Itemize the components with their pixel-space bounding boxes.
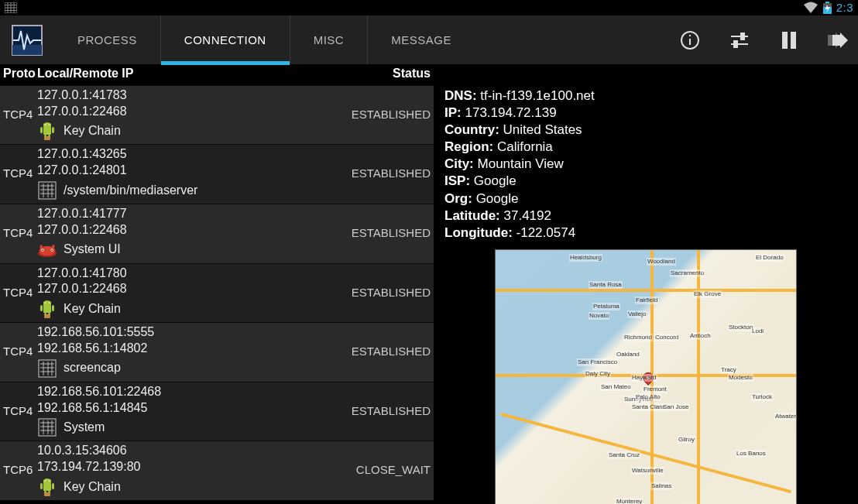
map-city-label: San Francisco — [577, 358, 618, 366]
svg-rect-62 — [39, 419, 56, 436]
process-name: /system/bin/mediaserver — [63, 183, 197, 199]
svg-point-45 — [39, 245, 42, 249]
map-city-label: Stockton — [728, 324, 753, 331]
proto-value: TCP4 — [3, 107, 37, 122]
tab-connection[interactable]: CONNECTION — [160, 15, 290, 64]
svg-rect-55 — [39, 360, 56, 377]
svg-rect-14 — [689, 39, 691, 45]
android-icon — [37, 121, 57, 141]
svg-point-75 — [45, 480, 46, 482]
svg-rect-74 — [44, 492, 50, 496]
tab-message[interactable]: MESSAGE — [367, 15, 475, 64]
map-city-label: Lodi — [751, 327, 764, 335]
process-line: Key Chain — [37, 477, 330, 497]
battery-icon — [823, 2, 832, 14]
proto-value: TCP4 — [3, 403, 37, 419]
svg-point-31 — [49, 125, 50, 126]
wifi-icon — [803, 2, 819, 14]
local-ip: 127.0.0.1:41783 — [37, 87, 330, 104]
status-value: ESTABLISHED — [330, 225, 431, 241]
svg-point-53 — [45, 302, 46, 303]
map-city-label: Elk Grove — [693, 290, 722, 298]
connections-header: Proto Local/Remote IP Status — [0, 64, 434, 85]
map-city-label: Vallejo — [627, 310, 647, 318]
svg-point-44 — [51, 249, 53, 251]
location-map[interactable]: HealdsburgWoodlandEl DoradoSacramentoSan… — [495, 249, 797, 504]
svg-rect-26 — [52, 127, 54, 133]
grid-icon — [5, 2, 17, 13]
svg-rect-12 — [12, 45, 42, 55]
connections-pane: Proto Local/Remote IP Status TCP4127.0.0… — [0, 64, 434, 504]
svg-rect-15 — [689, 35, 691, 36]
status-bar: 2:3 — [0, 0, 858, 15]
map-city-label: Daly City — [585, 370, 611, 378]
tab-misc[interactable]: MISC — [290, 15, 368, 64]
map-city-label: Healdsburg — [569, 254, 602, 262]
detail-isp: ISP: Google — [444, 173, 847, 190]
connection-row[interactable]: TCP4127.0.0.1:41777127.0.0.1:22468System… — [0, 204, 434, 263]
status-value: ESTABLISHED — [330, 285, 431, 300]
connection-row[interactable]: TCP4127.0.0.1:41780127.0.0.1:22468Key Ch… — [0, 263, 434, 323]
forward-icon[interactable] — [827, 29, 850, 52]
connection-row[interactable]: TCP4192.168.56.101:5555192.168.56.1:1480… — [0, 322, 434, 382]
local-ip: 192.168.56.101:5555 — [37, 324, 330, 341]
process-name: Key Chain — [63, 301, 121, 317]
native-icon — [37, 358, 57, 379]
map-city-label: Los Banos — [736, 450, 767, 458]
map-city-label: Fremont — [643, 386, 668, 393]
detail-org: Org: Google — [444, 190, 847, 207]
local-ip: 192.168.56.101:22468 — [37, 384, 330, 400]
svg-rect-7 — [825, 2, 829, 3]
detail-region: Region: California — [444, 139, 847, 156]
local-ip: 127.0.0.1:41780 — [37, 266, 330, 282]
map-city-label: Fairfield — [635, 297, 658, 304]
tab-bar: PROCESS CONNECTION MISC MESSAGE — [54, 15, 475, 64]
remote-ip: 127.0.0.1:22468 — [37, 222, 330, 238]
proto-value: TCP4 — [3, 344, 37, 359]
remote-ip: 127.0.0.1:22468 — [37, 104, 330, 120]
proto-value: TCP4 — [3, 225, 37, 241]
process-name: System UI — [63, 242, 121, 258]
svg-rect-19 — [734, 41, 737, 47]
connection-row[interactable]: TCP4127.0.0.1:43265127.0.0.1:24801/syste… — [0, 144, 434, 204]
column-ip: Local/Remote IP — [37, 66, 330, 82]
process-line: Key Chain — [37, 121, 330, 141]
local-ip: 10.0.3.15:34606 — [37, 443, 330, 459]
map-city-label: Monterey — [616, 498, 643, 504]
detail-pane: DNS: tf-in-f139.1e100.net IP: 173.194.72… — [434, 64, 858, 504]
process-line: System — [37, 417, 330, 437]
tune-icon[interactable] — [728, 29, 751, 52]
svg-point-42 — [42, 249, 43, 251]
detail-dns: DNS: tf-in-f139.1e100.net — [444, 87, 847, 105]
map-city-label: Watsonville — [631, 467, 664, 475]
map-city-label: Richmond — [623, 334, 653, 341]
detail-city: City: Mountain View — [444, 156, 847, 173]
app-header: PROCESS CONNECTION MISC MESSAGE — [0, 15, 858, 64]
status-value: ESTABLISHED — [330, 166, 431, 181]
map-city-label: Turlock — [751, 393, 773, 401]
connection-row[interactable]: TCP4127.0.0.1:41783127.0.0.1:22468Key Ch… — [0, 85, 434, 145]
process-name: System — [63, 420, 105, 436]
svg-rect-25 — [40, 127, 43, 133]
local-ip: 127.0.0.1:43265 — [37, 146, 330, 163]
process-name: screencap — [63, 360, 121, 376]
svg-point-54 — [49, 302, 50, 303]
systemui-icon — [37, 240, 57, 260]
connections-list[interactable]: TCP4127.0.0.1:41783127.0.0.1:22468Key Ch… — [0, 85, 434, 504]
connection-row[interactable]: TCP610.0.3.15:34606173.194.72.139:80Key … — [0, 441, 434, 500]
detail-country: Country: United States — [444, 122, 847, 139]
android-icon — [37, 299, 57, 319]
map-city-label: Santa Rosa — [589, 281, 623, 289]
pause-icon[interactable] — [777, 29, 801, 52]
map-city-label: Modesto — [728, 374, 753, 382]
process-line: Key Chain — [37, 299, 330, 319]
svg-rect-69 — [43, 483, 51, 491]
map-city-label: Santa Cruz — [608, 451, 640, 459]
svg-point-30 — [45, 125, 46, 126]
remote-ip: 127.0.0.1:22468 — [37, 281, 330, 297]
info-icon[interactable] — [678, 29, 702, 52]
connection-row[interactable]: TCP4192.168.56.101:22468192.168.56.1:148… — [0, 382, 434, 441]
column-status: Status — [330, 66, 431, 82]
remote-ip: 173.194.72.139:80 — [37, 459, 330, 475]
tab-process[interactable]: PROCESS — [54, 15, 160, 64]
